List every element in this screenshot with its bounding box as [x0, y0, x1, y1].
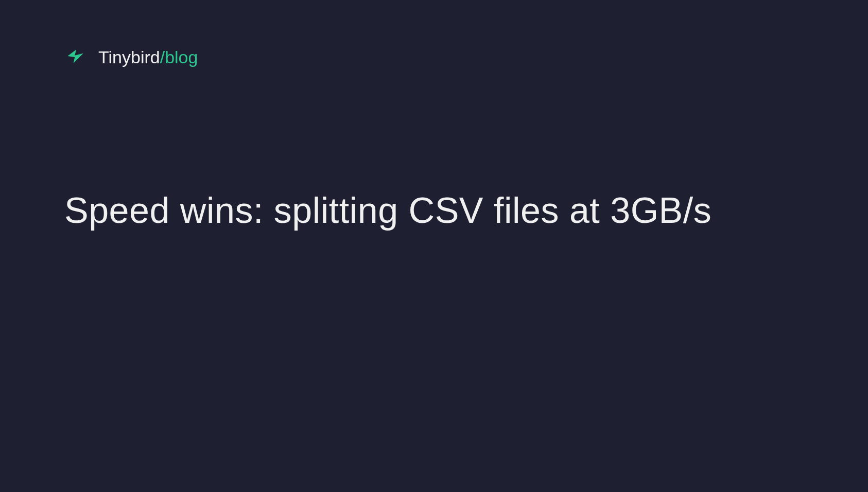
brand-slash: / [160, 47, 165, 67]
brand-section: blog [165, 47, 198, 67]
page-title: Speed wins: splitting CSV files at 3GB/s [64, 186, 804, 235]
page-header: Tinybird/blog [64, 46, 804, 68]
brand-text: Tinybird/blog [98, 47, 198, 67]
brand-name: Tinybird [98, 47, 160, 67]
tinybird-logo-icon [64, 46, 86, 68]
page-container: Tinybird/blog Speed wins: splitting CSV … [0, 0, 868, 282]
